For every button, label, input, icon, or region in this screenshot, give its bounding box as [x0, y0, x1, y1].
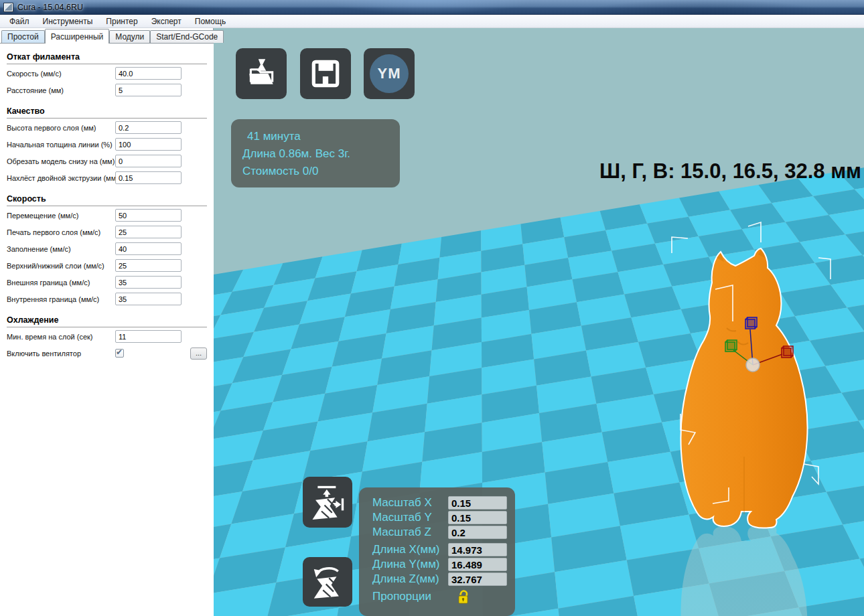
save-toolpath-button[interactable]	[300, 48, 351, 99]
setting-row: Верхний/нижний слои (мм/с)	[7, 258, 207, 273]
setting-row: Высота первого слоя (мм)	[7, 120, 207, 135]
youmagine-icon: YM	[370, 54, 409, 93]
section-retraction: Откат филамента	[7, 52, 207, 64]
scale-handle-x[interactable]	[782, 346, 793, 358]
setting-row: Внешняя граница (мм/с)	[7, 275, 207, 290]
retraction-speed-input[interactable]	[115, 67, 182, 80]
fan-enabled-checkbox[interactable]	[115, 349, 124, 358]
model-reflection	[680, 524, 807, 616]
infill-speed-input[interactable]	[115, 242, 182, 255]
scene-overlay	[214, 28, 864, 616]
setting-label: Скорость (мм/с)	[7, 70, 115, 78]
scale-center-handle[interactable]	[746, 358, 760, 372]
scale-z-input[interactable]	[448, 526, 507, 539]
menu-printer[interactable]: Принтер	[99, 15, 144, 27]
print-cost: Стоимость 0/0	[242, 163, 400, 180]
unlock-icon[interactable]	[457, 590, 470, 604]
model-dimensions-text: Ш, Г, В: 15.0, 16.5, 32.8 мм	[599, 159, 861, 183]
initial-layer-height-input[interactable]	[115, 121, 182, 134]
dual-overlap-input[interactable]	[115, 171, 182, 184]
scale-handle-y[interactable]	[725, 340, 737, 352]
scale-handle-z[interactable]	[745, 317, 757, 329]
load-model-icon	[244, 57, 278, 90]
scale-reset-button[interactable]	[303, 557, 352, 607]
scale-row: Масштаб X	[372, 495, 507, 510]
topbottom-speed-input[interactable]	[115, 259, 182, 272]
setting-label: Обрезать модель снизу на (мм)	[7, 157, 115, 165]
setting-row: Обрезать модель снизу на (мм)	[7, 153, 207, 169]
scale-x-input[interactable]	[448, 496, 507, 510]
tab-gcode[interactable]: Start/End-GCode	[150, 30, 224, 43]
app-icon	[3, 3, 13, 12]
section-cooling: Охлаждение	[7, 315, 207, 327]
setting-row: Включить вентилятор ...	[7, 345, 207, 361]
setting-row: Внутренняя граница (мм/с)	[7, 291, 207, 307]
travel-speed-input[interactable]	[115, 209, 182, 222]
size-z-label: Длина Z(мм)	[372, 572, 448, 586]
print-info-box: 41 минута Длина 0.86м. Вес 3г. Стоимость…	[231, 119, 400, 187]
retraction-distance-input[interactable]	[115, 84, 182, 96]
scale-row: Длина Z(мм)	[372, 572, 507, 587]
setting-label: Печать первого слоя (мм/с)	[7, 228, 115, 236]
scale-to-max-button[interactable]	[303, 477, 352, 528]
scale-z-label: Масштаб Z	[372, 526, 448, 539]
youmagine-button[interactable]: YM	[364, 48, 415, 99]
tab-simple[interactable]: Простой	[1, 30, 45, 43]
advanced-settings-body: Откат филамента Скорость (мм/с) Расстоян…	[0, 43, 214, 616]
section-speed: Скорость	[7, 194, 207, 206]
scale-x-label: Масштаб X	[372, 496, 448, 510]
setting-row: Скорость (мм/с)	[7, 66, 207, 81]
setting-label: Расстояние (мм)	[7, 86, 115, 94]
menu-help[interactable]: Помощь	[188, 15, 232, 27]
min-layer-time-input[interactable]	[115, 330, 182, 343]
save-icon	[309, 57, 342, 90]
setting-row: Расстояние (мм)	[7, 82, 207, 98]
setting-label: Внешняя граница (мм/с)	[7, 279, 115, 287]
size-y-input[interactable]	[448, 558, 507, 571]
setting-label: Заполнение (мм/с)	[7, 245, 115, 253]
settings-panel: Простой Расширенный Модули Start/End-GCo…	[0, 28, 214, 616]
initial-line-width-input[interactable]	[115, 138, 182, 151]
proportions-label: Пропорции	[372, 590, 448, 603]
cut-off-bottom-input[interactable]	[115, 155, 182, 167]
scale-row: Масштаб Z	[372, 525, 507, 540]
scale-y-input[interactable]	[448, 511, 507, 524]
setting-label: Мин. время на слой (сек)	[7, 333, 115, 341]
outer-shell-speed-input[interactable]	[115, 276, 182, 289]
scale-row: Длина X(мм)	[372, 542, 507, 557]
cat-model[interactable]	[680, 248, 807, 528]
size-z-input[interactable]	[448, 572, 507, 586]
print-time: 41 минута	[242, 128, 400, 145]
scale-to-max-icon	[309, 483, 346, 521]
setting-row: Перемещение (мм/с)	[7, 208, 207, 223]
tab-plugins[interactable]: Модули	[109, 30, 150, 43]
size-x-label: Длина X(мм)	[372, 543, 448, 556]
setting-row: Мин. время на слой (сек)	[7, 329, 207, 344]
title-bar: Cura - 15.04.6RU	[0, 0, 864, 15]
setting-row: Заполнение (мм/с)	[7, 241, 207, 256]
size-x-input[interactable]	[448, 543, 507, 556]
menu-file[interactable]: Файл	[3, 15, 36, 27]
proportions-row: Пропорции	[372, 589, 507, 604]
setting-label: Верхний/нижний слои (мм/с)	[7, 262, 115, 270]
menu-tools[interactable]: Инструменты	[36, 15, 100, 27]
first-layer-speed-input[interactable]	[115, 226, 182, 238]
fan-settings-more-button[interactable]: ...	[190, 348, 207, 360]
setting-row: Нахлёст двойной экструзии (мм)	[7, 170, 207, 185]
tab-advanced[interactable]: Расширенный	[45, 29, 110, 44]
setting-row: Печать первого слоя (мм/с)	[7, 224, 207, 240]
menu-expert[interactable]: Эксперт	[145, 15, 188, 27]
setting-label: Включить вентилятор	[7, 350, 115, 358]
inner-shell-speed-input[interactable]	[115, 293, 182, 305]
scale-row: Длина Y(мм)	[372, 557, 507, 572]
print-material: Длина 0.86м. Вес 3г.	[242, 145, 400, 163]
setting-label: Внутренняя граница (мм/с)	[7, 295, 115, 303]
setting-label: Начальная толщина линии (%)	[7, 141, 115, 149]
scale-y-label: Масштаб Y	[372, 511, 448, 524]
section-quality: Качество	[7, 106, 207, 119]
tab-strip: Простой Расширенный Модули Start/End-GCo…	[0, 28, 213, 43]
setting-row: Начальная толщина линии (%)	[7, 137, 207, 152]
load-model-button[interactable]	[236, 48, 287, 99]
scale-reset-icon	[309, 564, 346, 600]
menu-bar: Файл Инструменты Принтер Эксперт Помощь	[0, 15, 864, 28]
